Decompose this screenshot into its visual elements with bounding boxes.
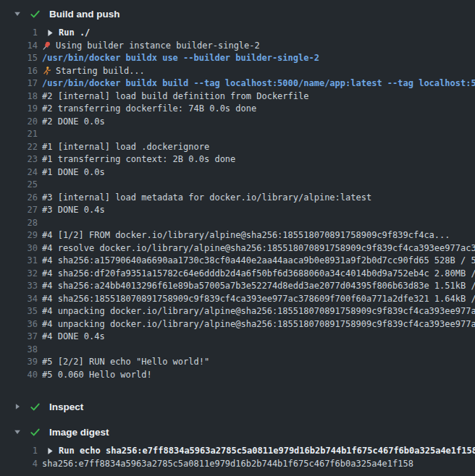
log-text: #1 [internal] load .dockerignore: [42, 141, 209, 154]
log-line-content: #4 DONE 0.4s: [42, 331, 105, 344]
line-number[interactable]: 37: [0, 331, 38, 344]
log-line-content: /usr/bin/docker buildx use --builder bui…: [42, 52, 319, 65]
line-number[interactable]: 30: [0, 242, 38, 255]
chevron-down-icon: [13, 9, 22, 18]
expand-group-icon[interactable]: [47, 29, 54, 37]
log-text: #4 unpacking docker.io/library/alpine@sh…: [42, 305, 475, 318]
line-number[interactable]: 23: [0, 153, 38, 166]
log-text: #2 transferring dockerfile: 74B 0.0s don…: [42, 103, 256, 116]
log-text: #4 [1/2] FROM docker.io/library/alpine@s…: [42, 229, 450, 242]
log-line: 26 #3 [internal] load metadata for docke…: [0, 192, 475, 205]
log-line-content: #3 DONE 0.4s: [42, 204, 105, 217]
log-text: Starting build...: [56, 65, 145, 78]
line-number[interactable]: 17: [0, 77, 38, 90]
line-number[interactable]: 14: [0, 40, 38, 53]
log-line: 25: [0, 179, 475, 192]
log-line: 17 /usr/bin/docker buildx build --tag lo…: [0, 77, 475, 90]
log-text: #4 sha256:185518070891758909c9f839cf4ca3…: [42, 293, 475, 306]
log-line: 32 #4 sha256:df20fa9351a15782c64e6dddb2d…: [0, 268, 475, 281]
expand-group-icon[interactable]: [47, 447, 54, 455]
log-line-content: #1 [internal] load .dockerignore: [42, 141, 209, 154]
log-line: 28: [0, 217, 475, 230]
log-line: 18 #2 [internal] load build definition f…: [0, 90, 475, 103]
log-line-content: #2 DONE 0.0s: [42, 116, 105, 129]
section-title: Build and push: [49, 9, 120, 20]
section-header-image-digest[interactable]: Image digest: [0, 424, 475, 440]
line-number[interactable]: 33: [0, 280, 38, 293]
log-line-content: #4 unpacking docker.io/library/alpine@sh…: [42, 305, 475, 318]
log-text: Using builder instance builder-single-2: [56, 40, 260, 53]
line-number[interactable]: 16: [0, 65, 38, 78]
line-number[interactable]: 18: [0, 90, 38, 103]
log-line-content: /usr/bin/docker buildx build --tag local…: [42, 77, 475, 90]
log-text: #4 resolve docker.io/library/alpine@sha2…: [42, 242, 475, 255]
log-line-content: #4 unpacking docker.io/library/alpine@sh…: [42, 318, 475, 331]
line-number[interactable]: 24: [0, 166, 38, 179]
line-number[interactable]: 34: [0, 293, 38, 306]
log-line-content: #4 sha256:df20fa9351a15782c64e6dddb2d4a6…: [42, 268, 475, 281]
log-text: sha256:e7ff8834a5963a2785c5a0811e979d16b…: [42, 458, 413, 471]
log-line: 36 #4 unpacking docker.io/library/alpine…: [0, 318, 475, 331]
line-number[interactable]: 39: [0, 356, 38, 369]
log-text: #5 0.060 Hello world!: [42, 369, 152, 382]
log-line: 20 #2 DONE 0.0s: [0, 116, 475, 129]
log-line-content: #1 DONE 0.0s: [42, 166, 105, 179]
section-lines: 1 Run ./ 14 Using builder instance build…: [0, 27, 475, 381]
log-line: 30 #4 resolve docker.io/library/alpine@s…: [0, 242, 475, 255]
log-line: 39 #5 [2/2] RUN echo "Hello world!": [0, 356, 475, 369]
section-header-build-and-push[interactable]: Build and push: [0, 6, 475, 22]
log-line-content: Run ./: [42, 27, 90, 40]
line-number[interactable]: 38: [0, 344, 38, 357]
log-text: #4 sha256:a15790640a6690aa1730c38cf0a440…: [42, 255, 475, 268]
line-number[interactable]: 27: [0, 204, 38, 217]
line-number[interactable]: 31: [0, 255, 38, 268]
log-line: 27 #3 DONE 0.4s: [0, 204, 475, 217]
chevron-right-icon: [13, 402, 22, 411]
log-line-content: #4 [1/2] FROM docker.io/library/alpine@s…: [42, 229, 450, 242]
line-number[interactable]: 28: [0, 217, 38, 230]
log-text: #3 DONE 0.4s: [42, 204, 105, 217]
log-line: 31 #4 sha256:a15790640a6690aa1730c38cf0a…: [0, 255, 475, 268]
line-number[interactable]: 35: [0, 305, 38, 318]
log-line-content: #4 sha256:a15790640a6690aa1730c38cf0a440…: [42, 255, 475, 268]
log-text: Run ./: [59, 27, 90, 40]
check-icon: [30, 9, 41, 20]
log-line: 1 Run ./: [0, 27, 475, 40]
section-title: Image digest: [49, 427, 109, 438]
log-line-content: #4 resolve docker.io/library/alpine@sha2…: [42, 242, 475, 255]
log-section: Build and push 1 Run ./ 14 Using builder…: [0, 6, 475, 381]
line-number[interactable]: 19: [0, 103, 38, 116]
log-line: 21: [0, 128, 475, 141]
line-number[interactable]: 21: [0, 128, 38, 141]
log-text: #1 transferring context: 2B 0.0s done: [42, 153, 235, 166]
log-line-content: sha256:e7ff8834a5963a2785c5a0811e979d16b…: [42, 458, 413, 471]
line-number[interactable]: 25: [0, 179, 38, 192]
line-number[interactable]: 32: [0, 268, 38, 281]
section-title: Inspect: [49, 401, 83, 412]
log-line-content: Using builder instance builder-single-2: [42, 40, 260, 53]
line-number[interactable]: 36: [0, 318, 38, 331]
chevron-down-icon: [13, 428, 22, 436]
line-number[interactable]: 4: [0, 458, 38, 471]
log-section: Image digest 1 Run echo sha256:e7ff8834a…: [0, 424, 475, 470]
log-section: Inspect: [0, 399, 475, 415]
line-number[interactable]: 1: [0, 445, 38, 458]
line-number[interactable]: 29: [0, 229, 38, 242]
log-line: 34 #4 sha256:185518070891758909c9f839cf4…: [0, 293, 475, 306]
log-text: /usr/bin/docker buildx use --builder bui…: [42, 52, 319, 65]
line-number[interactable]: 20: [0, 116, 38, 129]
section-header-inspect[interactable]: Inspect: [0, 399, 475, 415]
log-line-content: #4 sha256:185518070891758909c9f839cf4ca3…: [42, 293, 475, 306]
line-number[interactable]: 22: [0, 141, 38, 154]
log-line-content: #5 [2/2] RUN echo "Hello world!": [42, 356, 209, 369]
log-line-content: #2 transferring dockerfile: 74B 0.0s don…: [42, 103, 256, 116]
line-number[interactable]: 15: [0, 52, 38, 65]
log-line: 37 #4 DONE 0.4s: [0, 331, 475, 344]
log-line: 29 #4 [1/2] FROM docker.io/library/alpin…: [0, 229, 475, 242]
log-text: Run echo sha256:e7ff8834a5963a2785c5a081…: [59, 445, 475, 458]
line-number[interactable]: 40: [0, 369, 38, 382]
line-number[interactable]: 1: [0, 27, 38, 40]
runner-icon: [42, 66, 51, 76]
log-text: #4 unpacking docker.io/library/alpine@sh…: [42, 318, 475, 331]
line-number[interactable]: 26: [0, 192, 38, 205]
